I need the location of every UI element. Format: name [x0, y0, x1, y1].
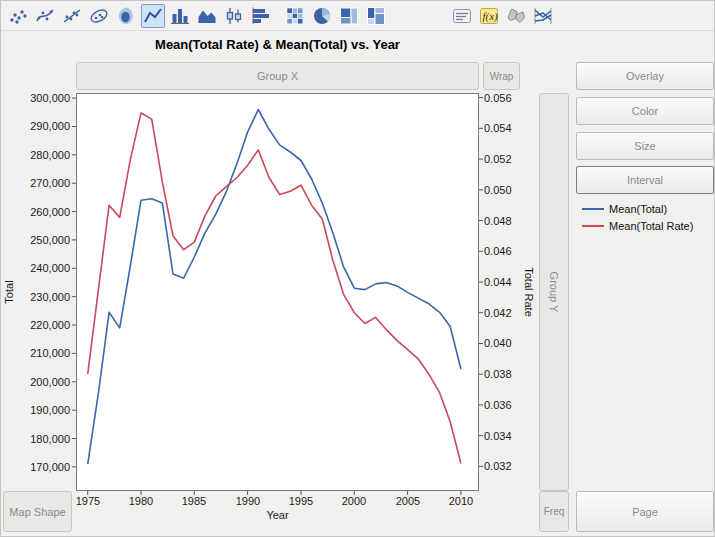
x-axis-tick-label: 1975	[68, 495, 108, 507]
toolbar-button-heatmap[interactable]	[283, 4, 307, 28]
x-axis-tick-label: 1980	[121, 495, 161, 507]
x-axis-tick-label: 1985	[174, 495, 214, 507]
y-axis-right-tick-label: 0.054	[484, 122, 524, 134]
pie-icon	[311, 5, 333, 27]
drop-zone-overlay[interactable]: Overlay	[576, 62, 714, 90]
legend-item[interactable]: Mean(Total)	[582, 201, 693, 216]
ellipse-icon	[88, 5, 110, 27]
legend-line-swatch	[582, 225, 604, 227]
drop-zone-group-y[interactable]: Group Y	[539, 93, 569, 491]
graph-builder-window: f(x) Mean(Total Rate) & Mean(Total) vs. …	[0, 0, 715, 537]
smoother-icon	[34, 5, 56, 27]
drop-zone-interval-label: Interval	[627, 174, 663, 186]
toolbar-button-line-of-fit[interactable]	[60, 4, 84, 28]
y-axis-right-tick-label: 0.048	[484, 215, 524, 227]
toolbar-button-ellipse[interactable]	[87, 4, 111, 28]
y-axis-right-tick-label: 0.032	[484, 460, 524, 472]
x-axis-tick-label: 2000	[334, 495, 374, 507]
y-axis-right-tick-label: 0.040	[484, 337, 524, 349]
graph-title: Mean(Total Rate) & Mean(Total) vs. Year	[76, 37, 479, 52]
y-axis-right-title-text: Total Rate	[523, 267, 535, 317]
y-axis-left-tick-label: 210,000	[1, 347, 70, 359]
chart-legend: Mean(Total)Mean(Total Rate)	[582, 201, 693, 233]
y-axis-left-tick-label: 290,000	[1, 120, 70, 132]
y-axis-right-tick-label: 0.038	[484, 368, 524, 380]
toolbar-button-line[interactable]	[141, 4, 165, 28]
toolbar-button-formula[interactable]: f(x)	[477, 4, 501, 28]
drop-zone-interval[interactable]: Interval	[576, 166, 714, 194]
toolbar-group-3: f(x)	[450, 4, 555, 28]
line-chart	[76, 93, 479, 491]
drop-zone-color[interactable]: Color	[576, 97, 714, 125]
contour-icon	[115, 5, 137, 27]
legend-item[interactable]: Mean(Total Rate)	[582, 218, 693, 233]
y-axis-right-tick-label: 0.044	[484, 276, 524, 288]
toolbar-button-histogram[interactable]	[249, 4, 273, 28]
toolbar-button-smoother[interactable]	[33, 4, 57, 28]
treemap-icon	[338, 5, 360, 27]
legend-line-swatch	[582, 208, 604, 210]
toolbar-button-map-shapes[interactable]	[504, 4, 528, 28]
toolbar-button-contour[interactable]	[114, 4, 138, 28]
line-of-fit-icon	[61, 5, 83, 27]
bar-icon	[169, 5, 191, 27]
formula-icon: f(x)	[478, 5, 500, 27]
toolbar-button-bar[interactable]	[168, 4, 192, 28]
mosaic-icon	[365, 5, 387, 27]
toolbar-button-parallel[interactable]	[531, 4, 555, 28]
y-axis-left-tick-label: 230,000	[1, 291, 70, 303]
histogram-icon	[250, 5, 272, 27]
drop-zone-page[interactable]: Page	[576, 491, 714, 532]
x-axis-tick-label: 1990	[228, 495, 268, 507]
drop-zone-size-label: Size	[634, 140, 655, 152]
drop-zone-freq[interactable]: Freq	[539, 491, 569, 532]
x-axis-tick-label: 2010	[441, 495, 481, 507]
toolbar-button-area[interactable]	[195, 4, 219, 28]
toolbar-group-2	[283, 4, 388, 28]
y-axis-left-tick-label: 240,000	[1, 262, 70, 274]
drop-zone-group-y-label: Group Y	[548, 272, 560, 313]
toolbar-button-pie[interactable]	[310, 4, 334, 28]
y-axis-left-tick-label: 270,000	[1, 177, 70, 189]
y-axis-left-tick-label: 180,000	[1, 433, 70, 445]
drop-zone-group-x[interactable]: Group X	[76, 62, 479, 90]
toolbar-group-1	[6, 4, 273, 28]
area-icon	[196, 5, 218, 27]
y-axis-left-tick-label: 280,000	[1, 149, 70, 161]
y-axis-right-tick-label: 0.052	[484, 153, 524, 165]
toolbar-button-box-plot[interactable]	[222, 4, 246, 28]
y-axis-left-tick-label: 260,000	[1, 206, 70, 218]
chart-plot-area[interactable]	[76, 93, 479, 491]
drop-zone-group-x-label: Group X	[257, 70, 298, 82]
line-icon	[142, 5, 164, 27]
points-icon	[7, 5, 29, 27]
drop-zone-wrap[interactable]: Wrap	[483, 62, 520, 90]
map-shapes-icon	[505, 5, 527, 27]
x-axis-title: Year	[76, 509, 479, 521]
toolbar-button-mosaic[interactable]	[364, 4, 388, 28]
y-axis-left-tick-label: 250,000	[1, 234, 70, 246]
element-palette-toolbar: f(x)	[1, 1, 714, 31]
toolbar-button-treemap[interactable]	[337, 4, 361, 28]
legend-label: Mean(Total)	[609, 203, 667, 215]
y-axis-right-tick-label: 0.042	[484, 307, 524, 319]
drop-zone-color-label: Color	[632, 105, 658, 117]
x-axis-tick-label: 1995	[281, 495, 321, 507]
y-axis-left-tick-label: 220,000	[1, 319, 70, 331]
drop-zone-page-label: Page	[632, 506, 658, 518]
box-plot-icon	[223, 5, 245, 27]
y-axis-right-tick-label: 0.034	[484, 430, 524, 442]
drop-zone-wrap-label: Wrap	[490, 71, 514, 82]
toolbar-button-caption-box[interactable]	[450, 4, 474, 28]
drop-zone-overlay-label: Overlay	[626, 70, 664, 82]
drop-zone-freq-label: Freq	[544, 506, 565, 517]
drop-zone-size[interactable]: Size	[576, 132, 714, 160]
y-axis-left-tick-label: 200,000	[1, 376, 70, 388]
y-axis-right-tick-label: 0.046	[484, 245, 524, 257]
drop-zone-map-shape[interactable]: Map Shape	[3, 491, 72, 532]
heatmap-icon	[284, 5, 306, 27]
y-axis-left-tick-label: 170,000	[1, 461, 70, 473]
x-axis-tick-label: 2005	[388, 495, 428, 507]
toolbar-button-points[interactable]	[6, 4, 30, 28]
y-axis-right-tick-label: 0.056	[484, 92, 524, 104]
